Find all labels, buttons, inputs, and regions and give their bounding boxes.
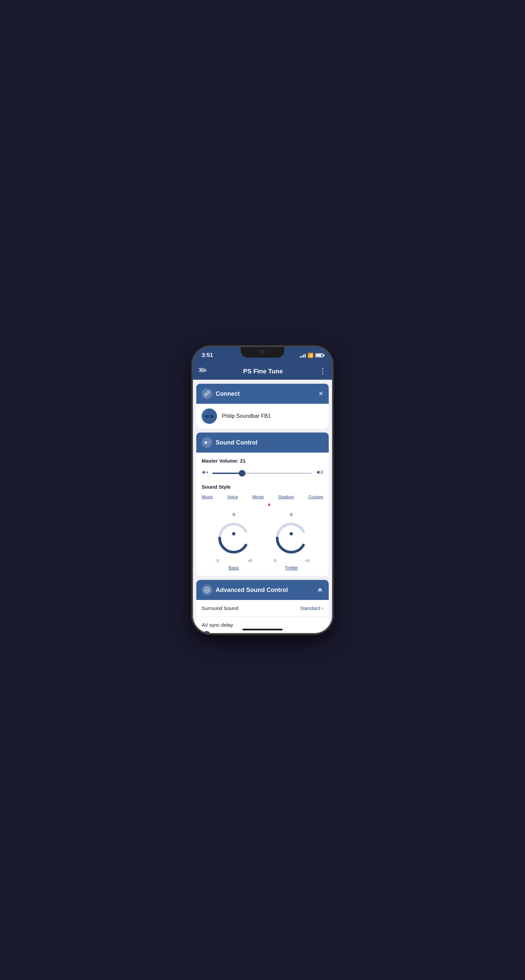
svg-rect-1 — [200, 369, 203, 371]
signal-bar-4 — [305, 354, 306, 358]
bass-value: 0 — [232, 512, 235, 517]
style-active-indicator: ▲ — [202, 501, 323, 507]
treble-max: +5 — [305, 558, 310, 563]
menu-icon[interactable]: ⋮ — [319, 367, 326, 376]
wifi-icon: 📶 — [308, 353, 313, 358]
volume-high-icon — [316, 469, 323, 477]
treble-range: -5 +5 — [273, 558, 310, 563]
device-icon — [202, 409, 217, 424]
advanced-sound-title: Advanced Sound Control — [216, 587, 288, 593]
notch — [241, 346, 284, 358]
bass-knob[interactable] — [215, 520, 252, 557]
advanced-sound-icon — [202, 585, 212, 595]
connect-device[interactable]: Philip Soundbar FB1 — [196, 404, 329, 428]
screen: 3:51 📶 — [192, 346, 333, 634]
cast-icon[interactable] — [199, 368, 207, 376]
treble-value: 0 — [290, 512, 292, 517]
status-icons: 📶 — [300, 353, 323, 358]
volume-slider-track[interactable] — [212, 473, 312, 474]
app-content[interactable]: Connect ✕ Philip Soundbar FB1 — [192, 380, 333, 634]
sound-control-title: Sound Control — [216, 439, 257, 446]
master-volume-label: Master Volume: 21 — [202, 458, 323, 464]
app-title: PS Fine Tune — [243, 368, 283, 375]
av-sync-slider-container[interactable] — [202, 632, 323, 634]
style-music[interactable]: Music — [202, 494, 213, 500]
sound-styles: Music Voice Movie Stadium Custom — [202, 494, 323, 500]
bass-min: -5 — [215, 558, 219, 563]
surround-value-text: Standard — [300, 605, 320, 611]
svg-point-10 — [232, 532, 235, 535]
surround-sound-value[interactable]: Standard › — [300, 605, 323, 611]
volume-low-icon — [202, 469, 208, 477]
av-sync-row: AV sync delay — [196, 617, 329, 634]
battery-fill — [316, 354, 321, 356]
phone-frame: 3:51 📶 — [192, 346, 333, 634]
style-active-arrow: ▲ — [267, 501, 271, 507]
connect-label: Connect — [216, 390, 240, 398]
status-time: 3:51 — [202, 352, 213, 359]
sound-content: Master Volume: 21 — [196, 453, 329, 576]
treble-label[interactable]: Treble — [284, 565, 298, 571]
surround-sound-row[interactable]: Surround Sound Standard › — [196, 600, 329, 617]
volume-slider-thumb[interactable] — [239, 470, 246, 477]
connect-close-button[interactable]: ✕ — [318, 390, 323, 398]
signal-bar-3 — [303, 355, 304, 358]
advanced-header-left: Advanced Sound Control — [202, 585, 288, 595]
style-voice[interactable]: Voice — [227, 494, 238, 500]
connect-header: Connect ✕ — [196, 384, 329, 404]
battery-icon — [315, 353, 323, 357]
advanced-sound-section: Advanced Sound Control Surround Sound — [196, 580, 329, 634]
bass-knob-container: 0 -5 +5 — [215, 512, 252, 571]
av-sync-label: AV sync delay — [202, 622, 323, 628]
sound-control-header: Sound Control — [196, 433, 329, 453]
signal-icon — [300, 353, 306, 358]
home-indicator[interactable] — [243, 629, 282, 630]
av-sync-slider-thumb[interactable] — [203, 631, 210, 634]
treble-knob[interactable] — [273, 520, 310, 557]
knobs-row: 0 -5 +5 — [202, 512, 323, 571]
sound-style-label: Sound Style — [202, 484, 323, 490]
surround-chevron-icon: › — [322, 605, 323, 611]
advanced-sound-header[interactable]: Advanced Sound Control — [196, 580, 329, 600]
style-movie[interactable]: Movie — [252, 494, 264, 500]
signal-bar-1 — [300, 356, 301, 358]
camera — [260, 350, 265, 354]
svg-point-13 — [290, 532, 293, 535]
device-name: Philip Soundbar FB1 — [222, 413, 271, 419]
surround-sound-label: Surround Sound — [202, 605, 238, 611]
connect-header-left: Connect — [202, 388, 240, 399]
app-header: PS Fine Tune ⋮ — [192, 363, 333, 380]
signal-bar-2 — [301, 356, 302, 358]
bass-max: +5 — [247, 558, 252, 563]
connect-section: Connect ✕ Philip Soundbar FB1 — [196, 384, 329, 428]
connect-icon — [202, 388, 212, 399]
advanced-collapse-icon[interactable] — [317, 586, 323, 594]
treble-knob-container: 0 -5 +5 — [273, 512, 310, 571]
sound-control-icon — [202, 437, 212, 448]
sound-control-section: Sound Control Master Volume: 21 — [196, 433, 329, 576]
bass-label[interactable]: Bass — [228, 565, 239, 571]
treble-min: -5 — [273, 558, 276, 563]
volume-slider-row — [202, 469, 323, 477]
style-custom[interactable]: Custom — [308, 494, 323, 500]
svg-point-2 — [204, 371, 205, 372]
volume-slider-fill — [212, 473, 242, 474]
style-stadium[interactable]: Stadium — [278, 494, 294, 500]
bass-range: -5 +5 — [215, 558, 252, 563]
svg-point-5 — [209, 416, 210, 417]
surround-sound-header: Surround Sound Standard › — [202, 605, 323, 611]
